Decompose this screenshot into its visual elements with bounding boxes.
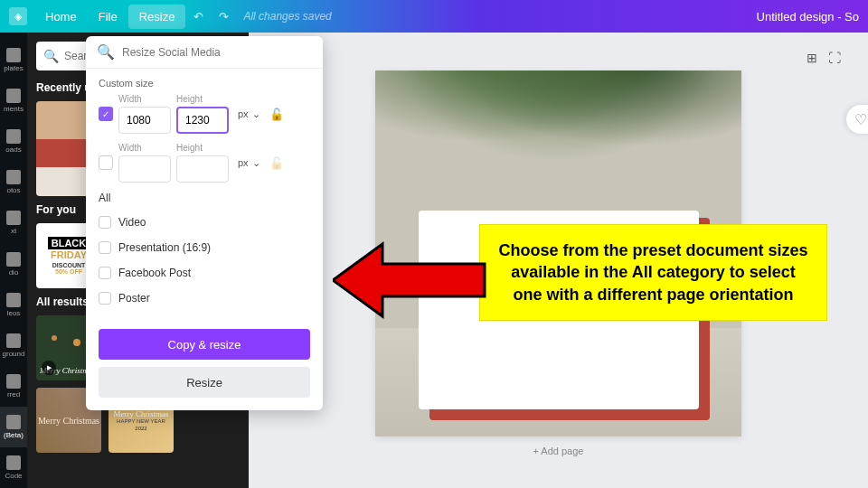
chevron-down-icon: ⌄	[252, 157, 260, 169]
uploads-tool[interactable]: oads	[0, 121, 27, 162]
resize-dropdown: 🔍 Custom size ✓ Width Height px⌄ 🔓 Width…	[86, 36, 323, 410]
resize-search[interactable]: 🔍	[86, 36, 323, 69]
elements-tool[interactable]: ments	[0, 80, 27, 121]
width-input-1[interactable]	[118, 107, 171, 134]
photos-icon	[6, 170, 21, 184]
height-input-1[interactable]	[176, 107, 229, 134]
search-icon: 🔍	[43, 49, 59, 63]
audio-icon	[6, 252, 21, 267]
beta-icon	[6, 415, 21, 429]
search-icon: 🔍	[97, 43, 115, 61]
lock-aspect-icon[interactable]: 🔓	[269, 108, 284, 121]
qrcode-tool[interactable]: Code	[0, 447, 27, 488]
width-input-2[interactable]	[118, 155, 171, 183]
starred-tool[interactable]: rred	[0, 366, 27, 407]
background-tool[interactable]: ground	[0, 325, 27, 366]
width-label: Width	[118, 143, 171, 153]
annotation-arrow-icon	[333, 235, 486, 325]
undo-icon[interactable]: ↶	[185, 4, 211, 29]
play-icon: ▶	[42, 361, 56, 375]
qrcode-icon	[6, 455, 21, 470]
width-label: Width	[118, 94, 171, 104]
text-icon	[6, 211, 21, 225]
size-option-presentation[interactable]: Presentation (16:9)	[99, 235, 310, 260]
size-option-poster[interactable]: Poster	[99, 286, 310, 311]
size-checkbox-1[interactable]: ✓	[99, 107, 113, 121]
height-input-2[interactable]	[176, 155, 229, 183]
copy-resize-button[interactable]: Copy & resize	[99, 329, 310, 360]
height-label: Height	[176, 143, 229, 153]
chevron-down-icon: ⌄	[252, 108, 260, 120]
size-option-video[interactable]: Video	[99, 210, 310, 235]
top-bar: ◈ Home File Resize ↶ ↷ All changes saved…	[0, 0, 868, 33]
elements-icon	[6, 89, 21, 103]
photos-tool[interactable]: otos	[0, 162, 27, 202]
resize-only-button[interactable]: Resize	[99, 367, 310, 398]
like-button[interactable]: ♡	[846, 105, 868, 134]
tool-rail: plates ments oads otos xt dio leos groun…	[0, 33, 27, 488]
templates-icon	[6, 48, 21, 62]
templates-tool[interactable]: plates	[0, 40, 27, 80]
add-page-button[interactable]: + Add page	[533, 446, 584, 456]
audio-tool[interactable]: dio	[0, 243, 27, 284]
uploads-icon	[6, 129, 21, 144]
resize-search-input[interactable]	[122, 46, 312, 59]
app-logo-icon[interactable]: ◈	[9, 7, 27, 25]
file-button[interactable]: File	[88, 5, 128, 29]
grid-icon[interactable]: ⊞	[807, 51, 817, 65]
height-label: Height	[176, 94, 229, 104]
pine-decoration	[375, 70, 741, 179]
all-section-label: All	[99, 192, 310, 204]
resize-button[interactable]: Resize	[128, 5, 186, 29]
text-tool[interactable]: xt	[0, 202, 27, 243]
save-status: All changes saved	[243, 10, 331, 23]
size-option-facebook[interactable]: Facebook Post	[99, 260, 310, 286]
size-checkbox-2[interactable]	[99, 155, 113, 170]
document-title[interactable]: Untitled design - So	[757, 10, 859, 23]
svg-marker-0	[333, 244, 485, 316]
lock-aspect-icon: 🔓	[269, 156, 284, 170]
videos-tool[interactable]: leos	[0, 285, 27, 325]
redo-icon[interactable]: ↷	[211, 4, 236, 29]
unit-select-1[interactable]: px⌄	[234, 108, 264, 120]
canvas-toolbar: ⊞ ⛶	[807, 51, 841, 65]
unit-select-2[interactable]: px⌄	[234, 157, 264, 169]
beta-tool[interactable]: (Beta)	[0, 407, 27, 447]
videos-icon	[6, 293, 21, 307]
starred-icon	[6, 374, 21, 389]
expand-icon[interactable]: ⛶	[828, 51, 841, 65]
background-icon	[6, 333, 21, 348]
custom-size-label: Custom size	[99, 78, 310, 89]
annotation-callout: Choose from the preset document sizes av…	[479, 224, 827, 321]
home-button[interactable]: Home	[34, 5, 88, 29]
